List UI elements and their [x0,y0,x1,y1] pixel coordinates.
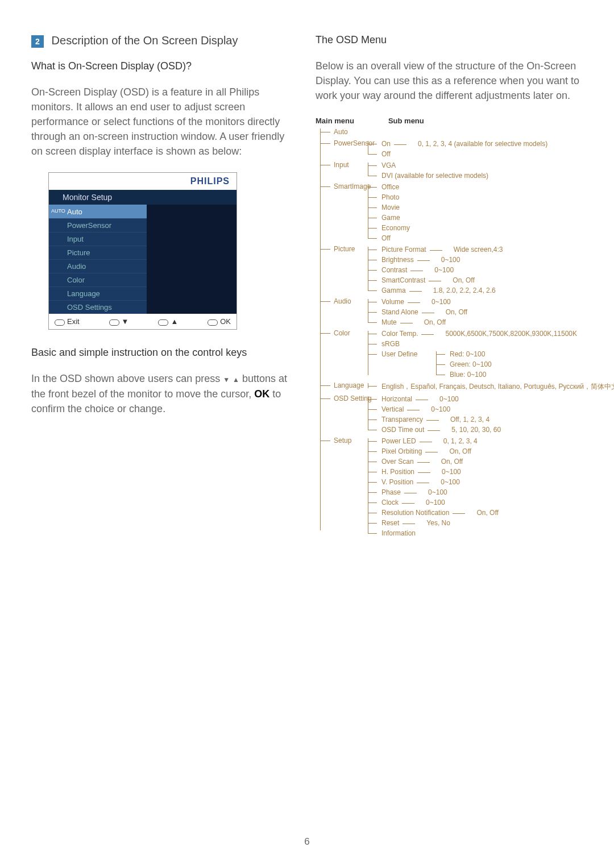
sub-menu-item: Movie [372,202,583,213]
sub-menu-values: On, Off [453,276,474,284]
osd-menu-item[interactable]: Language [49,286,147,300]
sub-menu-item: Picture FormatWide screen,4:3 [372,244,583,255]
section-heading: 2 Description of the On Screen Display [31,34,298,48]
osd-menu-item[interactable]: Audio [49,259,147,273]
sub-menu-values: Yes, No [426,519,450,527]
sub-menu-item: Photo [372,192,583,202]
osd-preview-panel: PHILIPS Monitor Setup AutoPowerSensorInp… [48,172,237,330]
sub-menu-item: On0, 1, 2, 3, 4 (available for selective… [372,139,583,149]
osd-menu-right-pane [147,205,237,314]
sub-menu-item: Off [372,149,583,159]
sub-menu-values: Off, 1, 2, 3, 4 [450,416,489,423]
sub-menu-group: English，Español, Français, Deutsch, Ital… [372,381,583,393]
left-column: 2 Description of the On Screen Display W… [31,34,298,538]
sub-menu-item: Power LED0, 1, 2, 3, 4 [372,436,583,446]
sub-menu-item: DVI (available for selective models) [372,171,583,181]
sub-menu-item: Resolution NotificationOn, Off [372,508,583,518]
sub-menu-group: Volume0~100Stand AloneOn, OffMuteOn, Off [372,297,583,327]
osd-menu-paragraph: Below is an overall view of the structur… [316,59,583,103]
sub-menu-item: Gamma1.8, 2.0, 2.2, 2.4, 2.6 [372,285,583,296]
nested-item: Blue: 0~100 [441,369,583,380]
sub-menu-item: VGA [372,160,583,171]
sub-menu-item: Horizontal0~100 [372,394,583,404]
sub-menu-item: Information [372,528,583,538]
sub-menu-item: Volume0~100 [372,297,583,307]
osd-menu-item[interactable]: OSD Settings [49,300,147,314]
osd-down-button[interactable]: ▼ [109,317,129,326]
sub-menu-values: On, Off [449,447,471,455]
nested-item: Green: 0~100 [441,359,583,369]
sub-menu-values: 0~100 [431,405,450,413]
instruction-heading: Basic and simple instruction on the cont… [31,347,298,359]
osd-brand: PHILIPS [49,173,237,190]
sub-menu-item: Brightness0~100 [372,255,583,265]
sub-menu-item: Office [372,182,583,192]
sub-menu-values: 0, 1, 2, 3, 4 [443,437,478,445]
sub-menu-values: 0~100 [434,266,454,274]
sub-menu-values: Wide screen,4:3 [454,246,503,254]
sub-menu-item: Color Temp.5000K,6500K,7500K,8200K,9300K… [372,329,583,339]
sub-menu-item: sRGB [372,339,583,349]
instr-ok-label: OK [254,388,269,400]
sub-menu-group: VGADVI (available for selective models) [372,160,583,181]
sub-menu-item: Over ScanOn, Off [372,456,583,467]
sub-menu-item: Economy [372,223,583,233]
sub-menu-values: 0~100 [441,478,460,486]
sub-menu-group: Power LED0, 1, 2, 3, 4Pixel OrbitingOn, … [372,436,583,538]
sub-menu-item: Vertical0~100 [372,404,583,414]
sub-menu-item: OSD Time out5, 10, 20, 30, 60 [372,425,583,435]
osd-footer: Exit ▼ ▲ OK [49,314,237,329]
main-menu-header: Main menu [316,117,354,125]
sub-menu-values: 0~100 [441,256,460,264]
osd-menu-tree: Main menu Sub menu AutoPowerSensorOn0, 1… [316,117,583,538]
osd-menu-item[interactable]: Picture [49,246,147,259]
sub-menu-item: Off [372,233,583,243]
sub-menu-item: Contrast0~100 [372,265,583,275]
sub-menu-values: 0~100 [432,298,451,306]
sub-menu-values: On, Off [441,458,463,466]
osd-menu-item[interactable]: PowerSensor [49,218,147,232]
sub-menu-item: V. Position0~100 [372,477,583,487]
osd-menu-item[interactable]: Auto [49,205,147,218]
sub-menu-values: On, Off [424,318,446,326]
sub-menu-values: On, Off [446,308,467,316]
nested-group: Red: 0~100Green: 0~100Blue: 0~100 [441,349,583,380]
sub-menu-item: Clock0~100 [372,497,583,508]
section-number: 2 [31,35,44,48]
sub-menu-values: 5000K,6500K,7500K,8200K,9300K,11500K [445,330,577,338]
osd-menu-list: AutoPowerSensorInputPictureAudioColorLan… [49,205,147,314]
sub-menu-group: Horizontal0~100Vertical0~100Transparency… [372,394,583,435]
sub-menu-values: 0~100 [439,395,459,403]
sub-menu-header: Sub menu [388,117,424,125]
osd-up-button[interactable]: ▲ [158,317,178,326]
sub-menu-item: Game [372,213,583,223]
instr-text-a: In the OSD shown above users can press [31,373,223,384]
sub-menu-values: On, Off [476,509,498,517]
main-menu-item: Auto [323,126,583,138]
sub-menu-item: TransparencyOff, 1, 2, 3, 4 [372,414,583,425]
sub-menu-item: Stand AloneOn, Off [372,307,583,317]
sub-menu-values: 0~100 [426,499,445,506]
nested-item: Red: 0~100 [441,349,583,359]
sub-menu-item: SmartContrastOn, Off [372,275,583,285]
osd-exit-button[interactable]: Exit [55,317,80,326]
triangle-up-icon: ▲ [233,376,239,384]
osd-description-paragraph: On-Screen Display (OSD) is a feature in … [31,85,298,159]
sub-menu-item: MuteOn, Off [372,317,583,327]
sub-menu-item: ResetYes, No [372,518,583,528]
osd-ok-button[interactable]: OK [208,317,231,326]
triangle-down-icon: ▼ [223,376,230,384]
osd-menu-item[interactable]: Input [49,232,147,246]
sub-menu-values: 0, 1, 2, 3, 4 (available for selective m… [418,140,547,148]
sub-menu-item: Pixel OrbitingOn, Off [372,446,583,456]
sub-menu-group: Picture FormatWide screen,4:3Brightness0… [372,244,583,296]
instruction-paragraph: In the OSD shown above users can press ▼… [31,371,298,416]
osd-menu-item[interactable]: Color [49,273,147,286]
what-is-osd-heading: What is On-Screen Display (OSD)? [31,60,298,72]
right-column: The OSD Menu Below is an overall view of… [316,34,583,538]
sub-menu-values: 5, 10, 20, 30, 60 [451,426,501,434]
sub-menu-group: On0, 1, 2, 3, 4 (available for selective… [372,139,583,159]
sub-menu-values: 0~100 [428,488,447,496]
sub-menu-values: 1.8, 2.0, 2.2, 2.4, 2.6 [433,286,496,294]
sub-menu-group: OfficePhotoMovieGameEconomyOff [372,182,583,243]
